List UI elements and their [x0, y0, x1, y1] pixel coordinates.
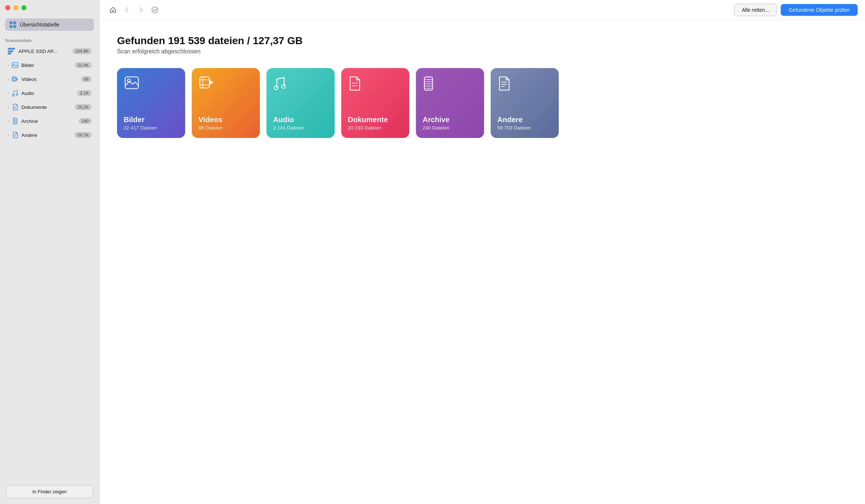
card-title: Videos	[198, 116, 253, 124]
sidebar-header: Übersichtstabelle	[0, 12, 99, 35]
card-count: 20 193 Dateien	[348, 125, 403, 131]
doc-card-icon	[349, 76, 360, 94]
chevron-right-icon: ›	[6, 104, 11, 110]
card-title: Dokumente	[348, 116, 403, 124]
sidebar-item-badge: 104,8K	[73, 48, 92, 54]
overview-label: Übersichtstabelle	[20, 22, 59, 28]
svg-rect-2	[8, 53, 11, 54]
checkmark-button[interactable]	[149, 4, 161, 16]
sidebar-item-bilder[interactable]: › Bilder 22,4K	[2, 58, 97, 72]
overview-button[interactable]: Übersichtstabelle	[5, 18, 94, 31]
svg-rect-26	[200, 77, 209, 88]
drive-icon	[7, 47, 15, 55]
maximize-button[interactable]	[21, 5, 27, 10]
chevron-right-icon: ›	[6, 118, 11, 124]
archive-icon	[11, 117, 19, 125]
image-card-icon	[124, 76, 139, 93]
sidebar-item-label: Dokumente	[21, 104, 75, 110]
content-area: Gefunden 191 539 dateien / 127,37 GB Sca…	[99, 20, 865, 504]
sidebar: Übersichtstabelle Scanresultate APPLE SS…	[0, 0, 99, 504]
svg-marker-30	[209, 80, 214, 85]
grid-icon	[10, 21, 16, 28]
page-title: Gefunden 191 539 dateien / 127,37 GB	[117, 35, 847, 47]
doc-icon	[11, 103, 19, 111]
card-title: Archive	[423, 116, 477, 124]
toolbar-left	[107, 4, 731, 16]
card-count: 88 Dateien	[198, 125, 253, 131]
sidebar-item-badge: 88	[81, 76, 92, 82]
sidebar-item-label: Videos	[21, 77, 81, 82]
sidebar-item-label: APPLE SSD AP...	[18, 49, 73, 54]
back-button[interactable]	[121, 4, 133, 16]
video-icon	[11, 75, 19, 83]
sidebar-item-archive[interactable]: › Archive 240	[2, 114, 97, 128]
sidebar-bottom: In Finder zeigen	[0, 479, 99, 504]
card-archive[interactable]: Archive 240 Dateien	[416, 68, 484, 138]
gefundene-button[interactable]: Gefundene Objekte prüfen	[781, 4, 858, 16]
cards-container: Bilder 22 417 Dateien Videos 88 Dateien	[117, 68, 847, 138]
sidebar-item-label: Audio	[21, 90, 77, 96]
card-count: 2 141 Dateien	[273, 125, 328, 131]
card-title: Andere	[497, 116, 552, 124]
sidebar-item-andere[interactable]: › Andere 59,7K	[2, 128, 97, 142]
sidebar-item-badge: 20,2K	[75, 104, 92, 110]
video-card-icon	[199, 76, 215, 92]
sidebar-item-label: Archive	[21, 118, 79, 124]
svg-rect-3	[12, 63, 18, 68]
sidebar-item-badge: 240	[79, 118, 92, 124]
chevron-right-icon: ›	[6, 90, 11, 96]
sidebar-item-badge: 2,1K	[77, 90, 92, 96]
card-count: 240 Dateien	[423, 125, 477, 131]
svg-rect-1	[8, 50, 13, 52]
card-title: Bilder	[124, 116, 179, 124]
card-videos[interactable]: Videos 88 Dateien	[192, 68, 260, 138]
card-count: 59 703 Dateien	[497, 125, 552, 131]
alle-retten-button[interactable]: Alle retten...	[734, 4, 777, 16]
card-andere[interactable]: Andere 59 703 Dateien	[491, 68, 559, 138]
card-dokumente[interactable]: Dokumente 20 193 Dateien	[341, 68, 409, 138]
music-icon	[11, 89, 19, 97]
svg-rect-0	[8, 48, 15, 50]
svg-marker-6	[17, 78, 18, 80]
svg-point-23	[152, 7, 158, 13]
section-label: Scanresultate	[0, 35, 99, 44]
sidebar-item-badge: 59,7K	[75, 132, 92, 138]
minimize-button[interactable]	[13, 5, 18, 10]
card-title: Audio	[273, 116, 328, 124]
archive-card-icon	[423, 76, 434, 94]
toolbar: Alle retten... Gefundene Objekte prüfen	[99, 0, 865, 20]
svg-rect-24	[125, 77, 138, 89]
window-controls	[0, 0, 99, 12]
chevron-right-icon: ›	[6, 77, 11, 82]
page-subtitle: Scan erfolgreich abgeschlossen	[117, 48, 847, 55]
forward-button[interactable]	[135, 4, 147, 16]
svg-point-31	[274, 86, 278, 90]
svg-point-32	[282, 85, 285, 88]
sidebar-item-label: Andere	[21, 132, 75, 138]
sidebar-item-videos[interactable]: › Videos 88	[2, 72, 97, 86]
card-audio[interactable]: Audio 2 141 Dateien	[266, 68, 335, 138]
other-icon	[11, 131, 19, 139]
chevron-right-icon: ›	[6, 132, 11, 138]
sidebar-item-label: Bilder	[21, 63, 75, 68]
home-button[interactable]	[107, 4, 119, 16]
svg-point-11	[16, 94, 18, 96]
main-content: Alle retten... Gefundene Objekte prüfen …	[99, 0, 865, 504]
svg-rect-7	[13, 78, 16, 81]
card-count: 22 417 Dateien	[124, 125, 179, 131]
toolbar-right: Alle retten... Gefundene Objekte prüfen	[734, 4, 858, 16]
other-card-icon	[498, 76, 510, 94]
svg-point-10	[13, 95, 14, 96]
sidebar-item-badge: 22,4K	[75, 62, 92, 68]
audio-card-icon	[274, 76, 286, 94]
card-bilder[interactable]: Bilder 22 417 Dateien	[117, 68, 185, 138]
image-icon	[11, 61, 19, 69]
close-button[interactable]	[5, 5, 10, 10]
sidebar-item-apple-ssd[interactable]: APPLE SSD AP... 104,8K	[2, 45, 97, 58]
sidebar-item-dokumente[interactable]: › Dokumente 20,2K	[2, 100, 97, 114]
chevron-right-icon: ›	[6, 63, 11, 68]
finder-button[interactable]: In Finder zeigen	[6, 485, 93, 498]
sidebar-item-audio[interactable]: › Audio 2,1K	[2, 86, 97, 100]
